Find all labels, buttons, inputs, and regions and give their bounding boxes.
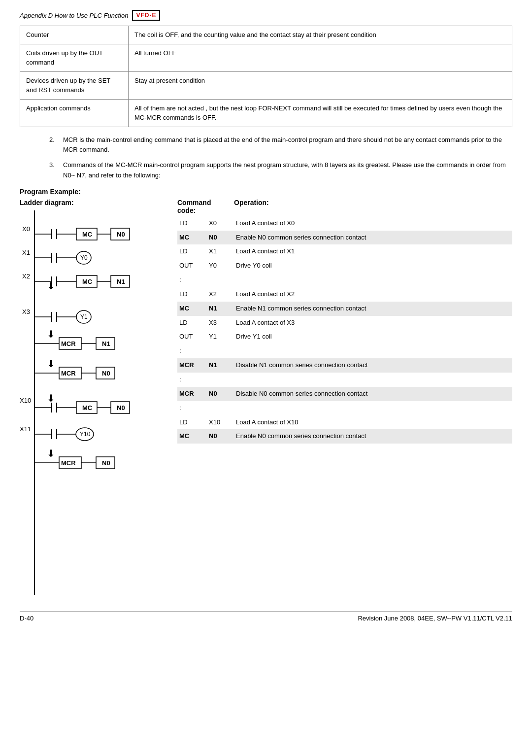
svg-text:X2: X2 (22, 273, 30, 280)
cmd-description: Drive Y1 coil (234, 330, 512, 344)
cmd-description: Enable N1 common series connection conta… (234, 302, 512, 316)
svg-text:X11: X11 (20, 425, 31, 433)
cmd-code: : (177, 401, 207, 415)
footer-left: D-40 (20, 615, 33, 622)
cmd-operand: X0 (207, 216, 234, 231)
svg-text:N1: N1 (102, 340, 110, 347)
note-item: 3.Commands of the MC-MCR main-control pr… (49, 160, 512, 181)
svg-text:X10: X10 (20, 397, 31, 404)
cmd-description: Enable N0 common series connection conta… (234, 231, 512, 245)
cmd-operand (207, 373, 234, 387)
header-logo: VFD-E (132, 10, 160, 21)
command-area: Command code: Operation: LDX0Load A cont… (172, 199, 512, 596)
svg-text:MCR: MCR (61, 340, 76, 347)
svg-text:X1: X1 (22, 249, 30, 256)
cmd-row: : (177, 401, 512, 415)
svg-text:MCR: MCR (61, 370, 76, 377)
cmd-description: Load A contact of X10 (234, 415, 512, 430)
cmd-code: LD (177, 415, 207, 430)
cmd-description: Drive Y0 coil (234, 259, 512, 273)
cmd-row: LDX10Load A contact of X10 (177, 415, 512, 430)
table-row: Devices driven up by the SET and RST com… (20, 71, 512, 99)
footer: D-40 Revision June 2008, 04EE, SW--PW V1… (20, 611, 512, 622)
cmd-operand: Y0 (207, 259, 234, 273)
cmd-row: : (177, 273, 512, 287)
cmd-table: LDX0Load A contact of X0MCN0Enable N0 co… (177, 216, 512, 444)
ladder-label: Ladder diagram: (20, 199, 172, 206)
cmd-operand: N0 (207, 387, 234, 401)
svg-text:⬇: ⬇ (47, 393, 55, 404)
svg-text:⬇: ⬇ (47, 329, 55, 340)
cmd-code: MC (177, 302, 207, 316)
numbered-notes: 2.MCR is the main-control ending command… (34, 135, 512, 181)
cmd-operand: X3 (207, 316, 234, 330)
svg-text:MC: MC (82, 278, 93, 285)
svg-text:Y0: Y0 (80, 254, 88, 261)
cmd-operand: X2 (207, 287, 234, 302)
svg-text:Y10: Y10 (80, 431, 91, 438)
table-cell-label: Counter (20, 26, 129, 44)
header-text: Appendix D How to Use PLC Function (20, 12, 128, 19)
cmd-code: MC (177, 231, 207, 245)
svg-text:⬇: ⬇ (47, 280, 55, 291)
cmd-code: OUT (177, 259, 207, 273)
cmd-description: Disable N1 common series connection cont… (234, 358, 512, 373)
cmd-row: MCRN1Disable N1 common series connection… (177, 358, 512, 373)
table-cell-desc: All of them are not acted , but the nest… (129, 99, 512, 127)
cmd-description: Enable N0 common series connection conta… (234, 429, 512, 444)
cmd-operand: N1 (207, 358, 234, 373)
table-cell-desc: Stay at present condition (129, 71, 512, 99)
cmd-row: MCN1Enable N1 common series connection c… (177, 302, 512, 316)
cmd-description (234, 401, 512, 415)
footer-right: Revision June 2008, 04EE, SW--PW V1.11/C… (358, 615, 512, 622)
table-cell-desc: The coil is OFF, and the counting value … (129, 26, 512, 44)
cmd-row: OUTY0Drive Y0 coil (177, 259, 512, 273)
cmd-description (234, 273, 512, 287)
diagram-section: Ladder diagram: X0 MC N0 X1 (20, 199, 512, 596)
cmd-description: Disable N0 common series connection cont… (234, 387, 512, 401)
cmd-header-col1: Command code: (177, 199, 207, 214)
main-table: CounterThe coil is OFF, and the counting… (20, 26, 512, 127)
cmd-row: MCN0Enable N0 common series connection c… (177, 231, 512, 245)
program-example-label: Program Example: (20, 188, 512, 196)
svg-text:MCR: MCR (61, 459, 76, 467)
cmd-operand: X1 (207, 244, 234, 259)
cmd-code: LD (177, 316, 207, 330)
cmd-code: : (177, 344, 207, 358)
cmd-operand: X10 (207, 415, 234, 430)
cmd-description (234, 373, 512, 387)
cmd-operand (207, 401, 234, 415)
svg-text:N0: N0 (102, 459, 110, 467)
cmd-code: : (177, 273, 207, 287)
cmd-code: MCR (177, 387, 207, 401)
svg-text:⬇: ⬇ (47, 448, 55, 459)
svg-text:MC: MC (82, 404, 93, 412)
svg-text:N0: N0 (117, 404, 125, 412)
table-cell-desc: All turned OFF (129, 44, 512, 71)
cmd-code: LD (177, 244, 207, 259)
cmd-row: LDX1Load A contact of X1 (177, 244, 512, 259)
note-item: 2.MCR is the main-control ending command… (49, 135, 512, 156)
cmd-code: MC (177, 429, 207, 444)
svg-text:N0: N0 (102, 370, 110, 377)
table-cell-label: Application commands (20, 99, 129, 127)
command-header: Command code: Operation: (177, 199, 512, 214)
cmd-operand: Y1 (207, 330, 234, 344)
cmd-row: LDX2Load A contact of X2 (177, 287, 512, 302)
svg-text:X3: X3 (22, 308, 30, 315)
cmd-header-col2: Operation: (207, 199, 512, 214)
svg-text:N0: N0 (117, 231, 125, 238)
cmd-description: Load A contact of X2 (234, 287, 512, 302)
cmd-description: Load A contact of X3 (234, 316, 512, 330)
svg-text:X0: X0 (22, 225, 30, 233)
cmd-operand (207, 273, 234, 287)
cmd-row: MCRN0Disable N0 common series connection… (177, 387, 512, 401)
cmd-code: : (177, 373, 207, 387)
cmd-row: LDX0Load A contact of X0 (177, 216, 512, 231)
cmd-row: MCN0Enable N0 common series connection c… (177, 429, 512, 444)
ladder-area: Ladder diagram: X0 MC N0 X1 (20, 199, 172, 596)
table-row: Coils driven up by the OUT commandAll tu… (20, 44, 512, 71)
ladder-diagram-svg: X0 MC N0 X1 Y0 X2 ⬇ (20, 210, 167, 595)
svg-text:Y1: Y1 (80, 313, 88, 320)
svg-text:N1: N1 (117, 278, 125, 285)
